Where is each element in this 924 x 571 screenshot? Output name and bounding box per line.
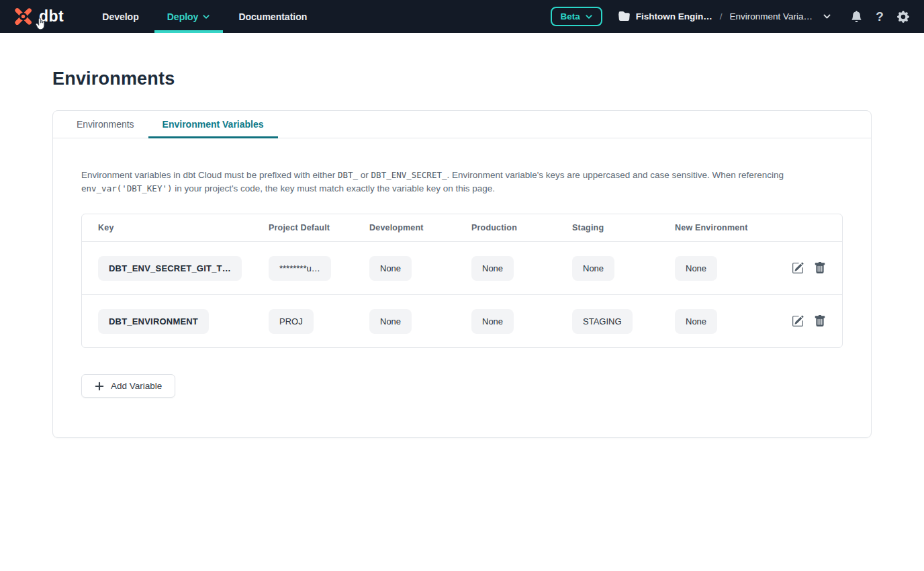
tab-bar: Environments Environment Variables [53,111,871,138]
plus-icon [95,382,104,391]
nav-right-cluster: Beta Fishtown Engin… / Environment Varia… [551,0,924,33]
new-environment-value: None [675,309,717,334]
add-variable-label: Add Variable [111,381,162,391]
settings-gear-icon[interactable] [897,11,909,23]
production-value: None [471,309,514,334]
tab-environments[interactable]: Environments [62,111,148,138]
row-actions [775,262,826,274]
folder-icon [618,11,630,22]
page-title: Environments [52,69,872,89]
nav-item-label: Documentation [238,11,307,22]
delete-trash-icon[interactable] [814,262,826,274]
table-header-row: Key Project Default Development Producti… [82,214,842,241]
description-segment: in your project's code, the key must mat… [172,183,495,193]
description-segment: . Environment variable's keys are upperc… [447,170,784,180]
row-actions [775,315,826,327]
column-header-new-environment: New Environment [675,223,775,232]
chevron-down-icon[interactable] [823,12,831,21]
nav-item-develop[interactable]: Develop [88,0,152,33]
code-dbt-env-secret-prefix: DBT_ENV_SECRET_ [371,170,447,180]
beta-badge-dropdown[interactable]: Beta [551,7,602,26]
staging-value: STAGING [572,309,633,334]
add-variable-button[interactable]: Add Variable [81,374,175,398]
nav-item-documentation[interactable]: Documentation [224,0,321,33]
delete-trash-icon[interactable] [814,315,826,327]
project-default-value: PROJ [269,309,314,334]
dbt-logo[interactable]: dbt [0,0,77,33]
tab-environment-variables[interactable]: Environment Variables [148,111,278,138]
mouse-cursor-hand [35,17,46,30]
table-row: DBT_ENV_SECRET_GIT_T… ********u… None No… [82,241,842,294]
variable-key-value: DBT_ENV_SECRET_GIT_T… [98,256,242,281]
production-value: None [471,256,514,281]
development-value: None [369,256,412,281]
description-segment: or [358,170,371,180]
code-env-var-example: env_var('DBT_KEY') [81,183,172,193]
column-header-production: Production [471,223,572,232]
code-dbt-prefix: DBT_ [338,170,358,180]
beta-badge-label: Beta [560,11,580,21]
environments-card: Environments Environment Variables Envir… [52,110,872,438]
column-header-development: Development [369,223,471,232]
chevron-down-icon [202,13,210,21]
environment-variables-table: Key Project Default Development Producti… [81,214,843,348]
main-nav-items: Develop Deploy Documentation [88,0,321,33]
description-text: Environment variables in dbt Cloud must … [81,169,820,195]
staging-value: None [572,256,614,281]
help-glyph: ? [876,10,884,23]
column-header-key: Key [98,223,269,232]
variable-key-value: DBT_ENVIRONMENT [98,309,209,334]
breadcrumb-page[interactable]: Environment Varia… [729,11,813,21]
development-value: None [369,309,412,334]
edit-pencil-icon[interactable] [792,262,804,274]
column-header-staging: Staging [572,223,675,232]
nav-item-label: Deploy [167,11,199,22]
chevron-down-icon [585,13,593,21]
project-default-value: ********u… [269,256,331,281]
main-content: Environments Environments Environment Va… [0,69,924,438]
breadcrumb-separator: / [719,11,724,21]
new-environment-value: None [675,256,717,281]
column-header-project-default: Project Default [269,223,369,232]
description-segment: Environment variables in dbt Cloud must … [81,170,338,180]
nav-utility-icons: ? [850,11,909,23]
edit-pencil-icon[interactable] [792,315,804,327]
table-row: DBT_ENVIRONMENT PROJ None None STAGING N… [82,294,842,347]
tab-panel-environment-variables: Environment variables in dbt Cloud must … [53,138,871,398]
breadcrumb-project[interactable]: Fishtown Engin… [636,11,712,21]
nav-item-deploy[interactable]: Deploy [153,0,225,33]
tab-label: Environment Variables [163,119,264,130]
top-navigation: dbt Develop Deploy Documentation Beta Fi… [0,0,924,33]
dbt-logo-icon [12,5,34,28]
help-icon[interactable]: ? [874,11,886,23]
nav-item-label: Develop [102,11,138,22]
tab-label: Environments [77,119,134,130]
notifications-bell-icon[interactable] [850,11,862,23]
breadcrumb[interactable]: Fishtown Engin… / Environment Varia… [618,11,831,22]
